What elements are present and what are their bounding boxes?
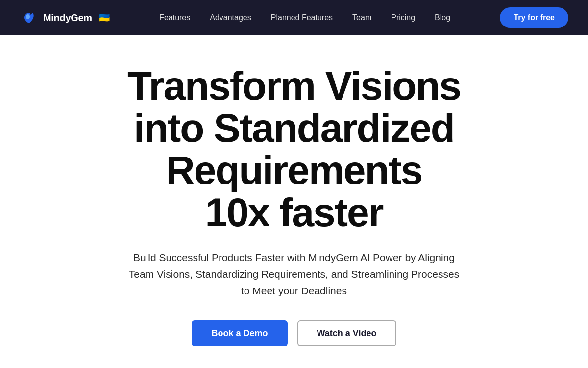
hero-title-line2: into Standardized Requirements bbox=[134, 105, 454, 192]
svg-point-1 bbox=[26, 14, 30, 19]
nav-planned-features[interactable]: Planned Features bbox=[271, 13, 333, 22]
navbar: MindyGem 🇺🇦 Features Advantages Planned … bbox=[0, 0, 588, 35]
flag-icon: 🇺🇦 bbox=[99, 12, 110, 23]
nav-blog[interactable]: Blog bbox=[435, 13, 450, 22]
hero-title-line3: 10x faster bbox=[205, 190, 383, 235]
logo-text: MindyGem bbox=[43, 12, 92, 24]
try-for-free-button[interactable]: Try for free bbox=[500, 7, 568, 28]
mindygem-logo-icon bbox=[20, 8, 38, 27]
navbar-brand: MindyGem 🇺🇦 bbox=[20, 8, 110, 27]
hero-title-line1: Transform Visions bbox=[127, 63, 461, 108]
hero-title: Transform Visions into Standardized Requ… bbox=[24, 65, 564, 234]
nav-pricing[interactable]: Pricing bbox=[391, 13, 415, 22]
book-demo-button[interactable]: Book a Demo bbox=[192, 320, 287, 346]
watch-video-button[interactable]: Watch a Video bbox=[297, 320, 396, 346]
navbar-links: Features Advantages Planned Features Tea… bbox=[159, 13, 450, 22]
nav-team[interactable]: Team bbox=[352, 13, 371, 22]
hero-section: Transform Visions into Standardized Requ… bbox=[0, 35, 588, 368]
hero-cta-buttons: Book a Demo Watch a Video bbox=[192, 320, 396, 346]
nav-features[interactable]: Features bbox=[159, 13, 190, 22]
hero-subtitle: Build Successful Products Faster with Mi… bbox=[127, 249, 461, 299]
nav-advantages[interactable]: Advantages bbox=[210, 13, 251, 22]
